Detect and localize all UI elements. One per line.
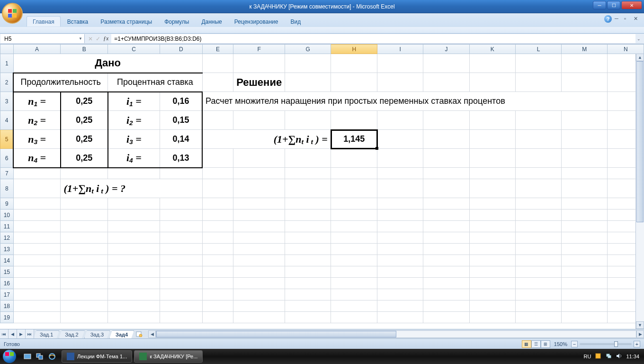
column-header-F[interactable]: F — [233, 45, 285, 54]
taskbar-item-excel[interactable]: к ЗАДАЧНИКУ [Ре... — [134, 350, 203, 363]
row-header-2[interactable]: 2 — [0, 73, 14, 92]
cell-D10[interactable] — [160, 209, 202, 221]
zoom-level[interactable]: 150% — [554, 341, 567, 347]
cell-B11[interactable] — [61, 221, 108, 232]
cell-M7[interactable] — [562, 168, 608, 179]
cell-E3[interactable]: Расчет множителя наращения при простых п… — [202, 92, 608, 111]
cell-I1[interactable] — [377, 54, 423, 73]
cell-E18[interactable] — [202, 300, 233, 312]
cell-B10[interactable] — [61, 209, 108, 221]
cell-J4[interactable] — [423, 111, 469, 130]
worksheet-grid[interactable]: ABCDEFGHIJKLMN1Дано2ПродолжительностьПро… — [0, 44, 644, 329]
cell-A15[interactable] — [13, 266, 61, 278]
cell-B12[interactable] — [61, 232, 108, 244]
window-close-button[interactable]: ✕ — [621, 1, 642, 9]
cell-I2[interactable] — [377, 73, 423, 92]
cell-H7[interactable] — [331, 168, 377, 179]
cell-I11[interactable] — [377, 221, 423, 232]
cell-L8[interactable] — [515, 179, 561, 198]
cell-E13[interactable] — [202, 244, 233, 255]
cell-L10[interactable] — [515, 209, 561, 221]
quick-launch-switch-icon[interactable] — [34, 351, 45, 362]
cell-A5[interactable]: n3 = — [13, 130, 61, 149]
cell-L13[interactable] — [515, 244, 561, 255]
scroll-up-icon[interactable]: ▲ — [636, 54, 644, 61]
cell-H17[interactable] — [331, 289, 377, 300]
cell-L15[interactable] — [515, 266, 561, 278]
column-header-J[interactable]: J — [423, 45, 469, 54]
cell-I5[interactable] — [377, 130, 423, 149]
column-header-D[interactable]: D — [160, 45, 202, 54]
row-header-12[interactable]: 12 — [0, 232, 14, 244]
row-header-3[interactable]: 3 — [0, 92, 14, 111]
cell-J6[interactable] — [423, 149, 469, 168]
cancel-formula-icon[interactable]: ✕ — [88, 36, 93, 42]
cell-B14[interactable] — [61, 255, 108, 266]
taskbar-item-word[interactable]: Лекции ФМ-Тема 1... — [62, 350, 132, 363]
cell-G9[interactable] — [285, 198, 331, 209]
cell-G1[interactable] — [285, 54, 331, 73]
view-page-break-button[interactable]: ⊞ — [541, 340, 550, 348]
cell-M14[interactable] — [562, 255, 608, 266]
cell-A11[interactable] — [13, 221, 61, 232]
cell-H18[interactable] — [331, 300, 377, 312]
cell-E1[interactable] — [202, 54, 233, 73]
cell-H8[interactable] — [331, 179, 377, 198]
cell-J11[interactable] — [423, 221, 469, 232]
cell-E15[interactable] — [202, 266, 233, 278]
ribbon-tab-data[interactable]: Данные — [196, 17, 227, 27]
cell-D17[interactable] — [160, 289, 202, 300]
row-header-17[interactable]: 17 — [0, 289, 14, 300]
cell-D11[interactable] — [160, 221, 202, 232]
cell-D3[interactable]: 0,16 — [160, 92, 202, 111]
cell-G13[interactable] — [285, 244, 331, 255]
cell-G6[interactable] — [285, 149, 331, 168]
view-normal-button[interactable]: ▦ — [522, 340, 531, 348]
name-box-dropdown-icon[interactable]: ▼ — [79, 36, 82, 41]
cell-A18[interactable] — [13, 300, 61, 312]
zoom-out-button[interactable]: − — [571, 341, 578, 347]
cell-D9[interactable] — [160, 198, 202, 209]
cell-K15[interactable] — [469, 266, 515, 278]
row-header-8[interactable]: 8 — [0, 179, 14, 198]
cell-J18[interactable] — [423, 300, 469, 312]
row-header-6[interactable]: 6 — [0, 149, 14, 168]
cell-C18[interactable] — [108, 300, 160, 312]
cell-J5[interactable] — [423, 130, 469, 149]
cell-J15[interactable] — [423, 266, 469, 278]
cell-F17[interactable] — [233, 289, 285, 300]
cell-F7[interactable] — [233, 168, 285, 179]
column-header-H[interactable]: H — [331, 45, 377, 54]
cell-C4[interactable]: i2 = — [108, 111, 160, 130]
ribbon-tab-formulas[interactable]: Формулы — [159, 17, 195, 27]
cell-M10[interactable] — [562, 209, 608, 221]
cell-E9[interactable] — [202, 198, 233, 209]
cell-M4[interactable] — [562, 111, 608, 130]
cell-I4[interactable] — [377, 111, 423, 130]
cell-F13[interactable] — [233, 244, 285, 255]
scroll-down-icon[interactable]: ▼ — [636, 321, 644, 329]
cell-M13[interactable] — [562, 244, 608, 255]
cell-K10[interactable] — [469, 209, 515, 221]
column-header-A[interactable]: A — [13, 45, 61, 54]
vscroll-thumb[interactable] — [636, 61, 644, 222]
cell-A12[interactable] — [13, 232, 61, 244]
cell-B5[interactable]: 0,25 — [61, 130, 108, 149]
cell-D7[interactable] — [160, 168, 202, 179]
cell-H16[interactable] — [331, 278, 377, 289]
cell-B9[interactable] — [61, 198, 108, 209]
cell-L1[interactable] — [515, 54, 561, 73]
cell-G8[interactable] — [285, 179, 331, 198]
cell-E5[interactable]: (1+∑nt i t ) = — [202, 130, 331, 149]
enter-formula-icon[interactable]: ✓ — [96, 36, 100, 42]
cell-C19[interactable] — [108, 312, 160, 323]
cell-L18[interactable] — [515, 300, 561, 312]
quick-launch-ie-icon[interactable] — [46, 351, 58, 362]
cell-E2[interactable] — [202, 73, 233, 92]
cell-A6[interactable]: n4 = — [13, 149, 61, 168]
cell-I6[interactable] — [377, 149, 423, 168]
cell-F1[interactable] — [233, 54, 285, 73]
vertical-scrollbar[interactable]: ▲ ▼ — [635, 54, 644, 329]
cell-C10[interactable] — [108, 209, 160, 221]
cell-M17[interactable] — [562, 289, 608, 300]
